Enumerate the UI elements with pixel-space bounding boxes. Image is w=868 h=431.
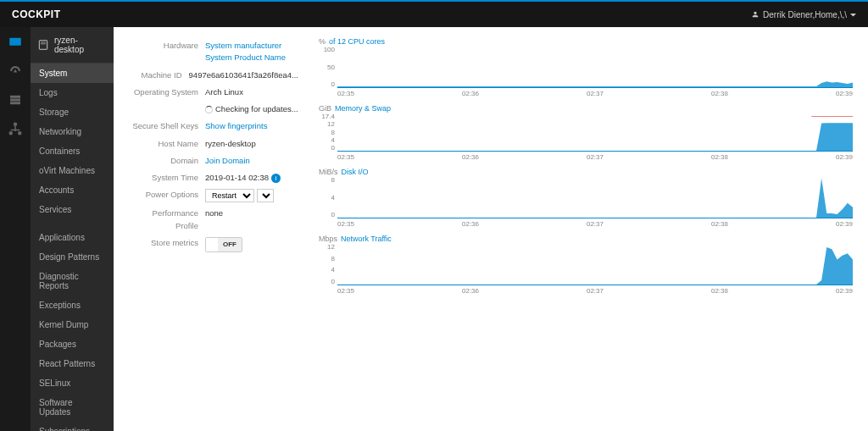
user-menu[interactable]: Derrik Diener,Home,\,\: [751, 10, 856, 19]
sidebar-hostname: ryzen-desktop: [54, 36, 107, 54]
chart-yaxis: 840: [319, 176, 337, 218]
chart-net: MbpsNetwork Traffic1284002:3502:3602:370…: [319, 235, 853, 295]
metrics-toggle[interactable]: OFF: [205, 237, 242, 252]
chart-unit: Mbps: [319, 235, 337, 243]
sidebar-item-software-updates[interactable]: Software Updates: [31, 393, 114, 422]
sidebar: ryzen-desktop SystemLogsStorageNetworkin…: [31, 27, 114, 431]
label-domain: Domain: [129, 155, 205, 167]
brand: COCKPIT: [12, 8, 61, 20]
sidebar-item-ovirt-machines[interactable]: oVirt Machines: [31, 161, 114, 180]
chart-header: MbpsNetwork Traffic: [319, 235, 853, 243]
chart-header: %of 12 CPU cores: [319, 37, 853, 46]
power-select[interactable]: Restart: [205, 189, 254, 202]
sidebar-host[interactable]: ryzen-desktop: [31, 27, 114, 64]
value-profile: none: [205, 207, 298, 232]
sidebar-item-logs[interactable]: Logs: [31, 83, 114, 102]
chart-title[interactable]: Disk I/O: [342, 168, 369, 176]
sidebar-item-kernel-dump[interactable]: Kernel Dump: [31, 315, 114, 334]
chart-xaxis: 02:3502:3602:3702:3802:39: [319, 88, 853, 97]
chart-xaxis: 02:3502:3602:3702:3802:39: [319, 285, 853, 295]
storage-icon[interactable]: [7, 91, 24, 108]
power-action[interactable]: [257, 189, 274, 202]
label-machine-id: Machine ID: [129, 69, 189, 81]
label-hostname: Host Name: [129, 138, 205, 150]
topbar: COCKPIT Derrik Diener,Home,\,\: [0, 0, 868, 27]
svg-rect-0: [9, 38, 21, 46]
chart-title[interactable]: of 12 CPU cores: [329, 37, 385, 46]
value-hostname: ryzen-desktop: [205, 138, 298, 150]
value-hardware[interactable]: System manufacturer System Product Name: [205, 40, 298, 64]
value-updates: Checking for updates...: [205, 103, 298, 115]
value-system-time: 2019-01-14 02:38i: [205, 172, 298, 184]
chart-xaxis: 02:3502:3602:3702:3802:39: [319, 152, 853, 161]
sidebar-item-applications[interactable]: Applications: [31, 228, 114, 247]
chevron-down-icon: [850, 12, 856, 18]
label-system-time: System Time: [129, 172, 205, 184]
sidebar-item-containers[interactable]: Containers: [31, 141, 114, 161]
chart-plot[interactable]: [337, 113, 853, 152]
dashboard-icon[interactable]: [7, 34, 24, 51]
value-power: Restart: [205, 189, 298, 202]
chart-mem: GiBMemory & Swap17.41284002:3502:3602:37…: [319, 104, 853, 161]
chart-xaxis: 02:3502:3602:3702:3802:39: [319, 218, 853, 228]
sidebar-item-subscriptions[interactable]: Subscriptions: [31, 422, 114, 431]
server-icon: [37, 39, 49, 51]
chart-unit: GiB: [319, 104, 331, 113]
value-machine-id: 9497e6a6103641f3a26f8ea4...: [189, 69, 298, 81]
user-icon: [751, 10, 760, 19]
svg-rect-1: [39, 41, 47, 50]
label-power: Power Options: [129, 189, 205, 202]
value-ssh-keys[interactable]: Show fingerprints: [205, 120, 298, 132]
chart-yaxis: 12840: [319, 243, 337, 285]
meter-icon[interactable]: [7, 63, 24, 80]
info-icon[interactable]: i: [271, 174, 281, 183]
label-os: Operating System: [129, 86, 205, 98]
chart-header: GiBMemory & Swap: [319, 104, 853, 113]
value-os: Arch Linux: [205, 86, 298, 98]
content: HardwareSystem manufacturer System Produ…: [114, 27, 868, 431]
network-icon[interactable]: [7, 120, 24, 137]
sidebar-item-accounts[interactable]: Accounts: [31, 180, 114, 200]
chart-disk: MiB/sDisk I/O84002:3502:3602:3702:3802:3…: [319, 168, 853, 228]
sidebar-item-selinux[interactable]: SELinux: [31, 373, 114, 393]
nav-rail: [0, 27, 31, 431]
charts: %of 12 CPU cores10050002:3502:3602:3702:…: [319, 37, 853, 421]
chart-yaxis: 100500: [319, 46, 337, 88]
label-ssh-keys: Secure Shell Keys: [129, 120, 205, 132]
chart-title[interactable]: Memory & Swap: [335, 104, 391, 113]
chart-cpu: %of 12 CPU cores10050002:3502:3602:3702:…: [319, 37, 853, 97]
system-details: HardwareSystem manufacturer System Produ…: [129, 37, 298, 421]
chart-yaxis: 17.412840: [319, 113, 337, 152]
label-metrics: Store metrics: [129, 237, 205, 252]
label-hardware: Hardware: [129, 40, 205, 64]
chart-unit: MiB/s: [319, 168, 338, 176]
sidebar-item-storage[interactable]: Storage: [31, 102, 114, 122]
sidebar-item-react-patterns[interactable]: React Patterns: [31, 354, 114, 373]
sidebar-item-diagnostic-reports[interactable]: Diagnostic Reports: [31, 267, 114, 296]
chart-plot[interactable]: [337, 243, 853, 285]
chart-title[interactable]: Network Traffic: [341, 235, 392, 243]
label-profile: Performance Profile: [129, 207, 205, 232]
sidebar-item-system[interactable]: System: [31, 64, 114, 83]
sidebar-item-exceptions[interactable]: Exceptions: [31, 296, 114, 315]
sidebar-item-design-patterns[interactable]: Design Patterns: [31, 247, 114, 267]
chart-header: MiB/sDisk I/O: [319, 168, 853, 176]
sidebar-item-packages[interactable]: Packages: [31, 334, 114, 354]
chart-plot[interactable]: [337, 46, 853, 88]
sidebar-item-services[interactable]: Services: [31, 200, 114, 219]
chart-unit: %: [319, 37, 326, 46]
spinner-icon: [205, 106, 213, 113]
sidebar-item-networking[interactable]: Networking: [31, 122, 114, 141]
value-domain[interactable]: Join Domain: [205, 155, 298, 167]
chart-plot[interactable]: [337, 176, 853, 218]
